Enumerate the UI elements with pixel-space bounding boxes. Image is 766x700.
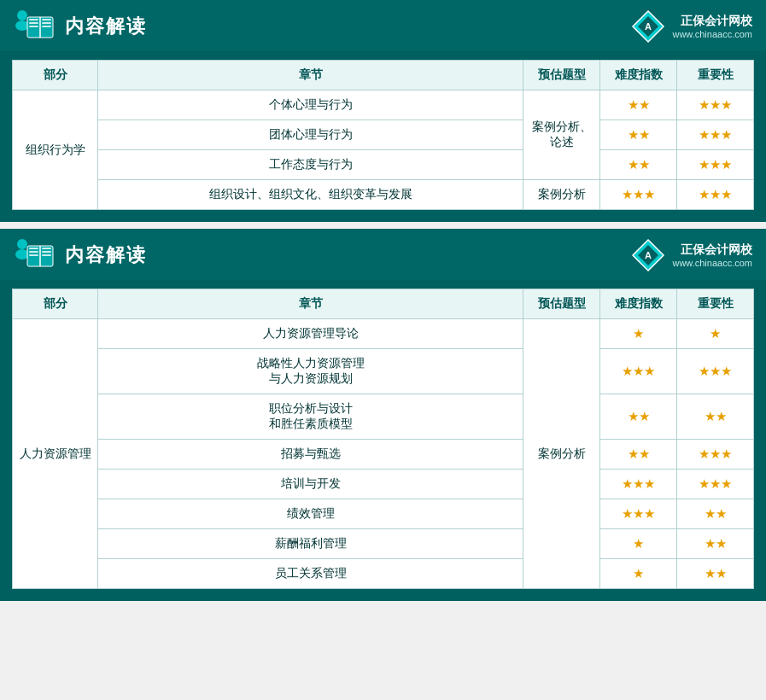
th-imp-2: 重要性 xyxy=(677,289,754,319)
svg-point-13 xyxy=(17,239,27,249)
th-diff-1: 难度指数 xyxy=(600,61,677,90)
table-row: 团体心理与行为 ★★ ★★★ xyxy=(13,120,754,150)
header-left-1: 内容解读 xyxy=(14,9,147,44)
svg-rect-6 xyxy=(29,26,38,27)
svg-text:A: A xyxy=(645,250,652,260)
logo-url-1: www.chinaacc.com xyxy=(672,28,752,40)
table-row: 组织设计、组织文化、组织变革与发展 案例分析 ★★★ ★★★ xyxy=(13,180,754,210)
svg-rect-20 xyxy=(42,248,51,249)
logo-area-1: A 正保会计网校 www.chinaacc.com xyxy=(631,9,752,44)
td-imp: ★★ xyxy=(677,559,754,589)
td-diff: ★★★ xyxy=(600,470,677,499)
td-part: 人力资源管理 xyxy=(13,319,98,589)
logo-diamond-1: A xyxy=(631,9,665,44)
th-diff-2: 难度指数 xyxy=(600,289,677,319)
svg-rect-9 xyxy=(42,26,51,27)
book-icon-2 xyxy=(14,237,56,273)
td-chapter: 团体心理与行为 xyxy=(98,120,523,150)
table-row: 工作态度与行为 ★★ ★★★ xyxy=(13,150,754,180)
th-type-2: 预估题型 xyxy=(523,289,600,319)
td-diff: ★★ xyxy=(600,90,677,120)
td-diff: ★★ xyxy=(600,150,677,180)
table-wrapper-1: 部分 章节 预估题型 难度指数 重要性 组织行为学 个体心理与行为 案例分析、论… xyxy=(0,51,766,222)
td-chapter: 招募与甄选 xyxy=(98,440,523,470)
logo-name-2: 正保会计网校 xyxy=(672,242,752,257)
th-chapter-1: 章节 xyxy=(98,61,523,90)
td-chapter: 人力资源管理导论 xyxy=(98,319,523,349)
logo-name-1: 正保会计网校 xyxy=(672,13,752,28)
td-imp: ★★ xyxy=(677,394,754,440)
svg-point-0 xyxy=(17,10,27,20)
td-imp: ★★ xyxy=(677,529,754,559)
td-diff: ★★ xyxy=(600,440,677,470)
svg-rect-7 xyxy=(42,19,51,20)
section-2: 内容解读 A 正保会计网校 www.chinaacc.com 部分 章节 预估题… xyxy=(0,229,766,601)
section-1-title: 内容解读 xyxy=(65,14,147,39)
td-imp: ★★★ xyxy=(677,180,754,210)
table-2: 部分 章节 预估题型 难度指数 重要性 人力资源管理 人力资源管理导论 案例分析… xyxy=(12,289,754,589)
td-diff: ★★ xyxy=(600,120,677,150)
td-type: 案例分析 xyxy=(523,319,600,589)
td-chapter: 组织设计、组织文化、组织变革与发展 xyxy=(98,180,523,210)
td-diff: ★★ xyxy=(600,394,677,440)
td-imp: ★★★ xyxy=(677,150,754,180)
table-row: 培训与开发 ★★★ ★★★ xyxy=(13,470,754,499)
table-row: 薪酬福利管理 ★ ★★ xyxy=(13,529,754,559)
svg-rect-18 xyxy=(29,251,38,253)
section-2-header: 内容解读 A 正保会计网校 www.chinaacc.com xyxy=(0,229,766,280)
logo-url-2: www.chinaacc.com xyxy=(672,257,752,269)
svg-rect-17 xyxy=(29,248,38,249)
td-diff: ★★★ xyxy=(600,499,677,529)
section-2-title: 内容解读 xyxy=(65,242,147,268)
svg-text:A: A xyxy=(645,21,652,32)
book-icon xyxy=(14,9,56,44)
td-part: 组织行为学 xyxy=(13,90,98,210)
td-chapter: 战略性人力资源管理与人力资源规划 xyxy=(98,349,523,394)
td-imp: ★★★ xyxy=(677,90,754,120)
td-chapter: 个体心理与行为 xyxy=(98,90,523,120)
td-chapter: 职位分析与设计和胜任素质模型 xyxy=(98,394,523,440)
td-imp: ★★★ xyxy=(677,440,754,470)
svg-rect-4 xyxy=(29,19,38,20)
logo-diamond-2: A xyxy=(631,238,665,272)
td-diff: ★★★ xyxy=(600,180,677,210)
svg-rect-5 xyxy=(29,22,38,24)
th-type-1: 预估题型 xyxy=(523,61,600,90)
table-row: 人力资源管理 人力资源管理导论 案例分析 ★ ★ xyxy=(13,319,754,349)
table-1: 部分 章节 预估题型 难度指数 重要性 组织行为学 个体心理与行为 案例分析、论… xyxy=(12,60,754,210)
table-row: 员工关系管理 ★ ★★ xyxy=(13,559,754,589)
td-imp: ★★★ xyxy=(677,120,754,150)
td-chapter: 培训与开发 xyxy=(98,470,523,499)
td-diff: ★ xyxy=(600,559,677,589)
logo-text-2: 正保会计网校 www.chinaacc.com xyxy=(672,242,752,269)
td-type: 案例分析、论述 xyxy=(523,90,600,180)
svg-rect-19 xyxy=(29,254,38,256)
td-chapter: 工作态度与行为 xyxy=(98,150,523,180)
td-imp: ★★★ xyxy=(677,470,754,499)
table-row: 职位分析与设计和胜任素质模型 ★★ ★★ xyxy=(13,394,754,440)
table-row: 组织行为学 个体心理与行为 案例分析、论述 ★★ ★★★ xyxy=(13,90,754,120)
td-imp: ★★ xyxy=(677,499,754,529)
th-imp-1: 重要性 xyxy=(677,61,754,90)
section-1-header: 内容解读 A 正保会计网校 www.chinaacc.com xyxy=(0,0,766,51)
td-diff: ★ xyxy=(600,529,677,559)
td-chapter: 员工关系管理 xyxy=(98,559,523,589)
table-wrapper-2: 部分 章节 预估题型 难度指数 重要性 人力资源管理 人力资源管理导论 案例分析… xyxy=(0,280,766,601)
td-diff: ★★★ xyxy=(600,349,677,394)
logo-text-1: 正保会计网校 www.chinaacc.com xyxy=(672,13,752,40)
svg-rect-8 xyxy=(42,22,51,24)
section-1: 内容解读 A 正保会计网校 www.chinaacc.com 部分 章节 预估题… xyxy=(0,0,766,222)
svg-rect-21 xyxy=(42,251,51,253)
table-row: 绩效管理 ★★★ ★★ xyxy=(13,499,754,529)
td-chapter: 绩效管理 xyxy=(98,499,523,529)
logo-area-2: A 正保会计网校 www.chinaacc.com xyxy=(631,238,752,272)
td-diff: ★ xyxy=(600,319,677,349)
td-type: 案例分析 xyxy=(523,180,600,210)
th-part-2: 部分 xyxy=(13,289,98,319)
td-chapter: 薪酬福利管理 xyxy=(98,529,523,559)
th-part-1: 部分 xyxy=(13,61,98,90)
th-chapter-2: 章节 xyxy=(98,289,523,319)
td-imp: ★★★ xyxy=(677,349,754,394)
td-imp: ★ xyxy=(677,319,754,349)
svg-rect-22 xyxy=(42,254,51,256)
